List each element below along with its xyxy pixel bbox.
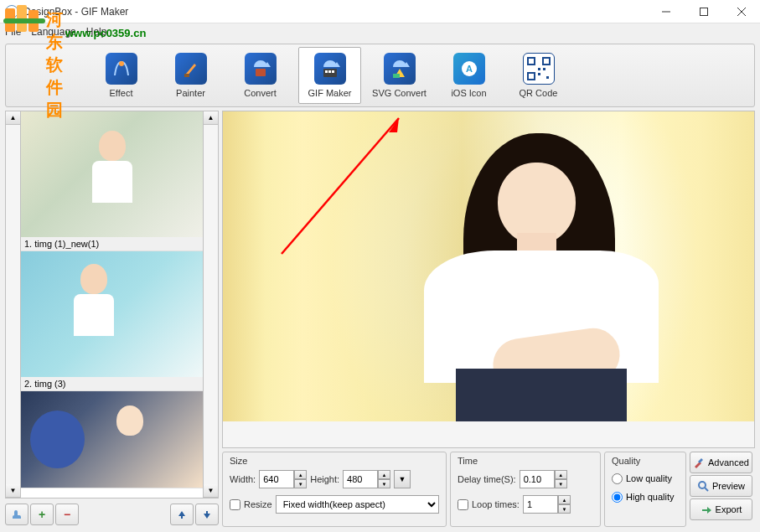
svg-point-8 bbox=[119, 61, 124, 66]
tool-painter[interactable]: Painter bbox=[159, 47, 222, 104]
tool-svgconvert[interactable]: SVG Convert bbox=[368, 47, 431, 104]
gifmaker-icon bbox=[314, 53, 346, 85]
svg-point-27 bbox=[699, 482, 706, 488]
thumbnail-item[interactable] bbox=[21, 391, 203, 488]
scroll-down-button[interactable]: ▼ bbox=[6, 484, 20, 498]
thumbnail-label: 1. timg (1)_new(1) bbox=[21, 237, 203, 251]
size-preset-dropdown[interactable]: ▼ bbox=[394, 470, 411, 488]
svg-rect-20 bbox=[528, 73, 535, 80]
resize-checkbox[interactable] bbox=[230, 499, 240, 510]
thumbnail-label: 2. timg (3) bbox=[21, 377, 203, 390]
move-up-button[interactable] bbox=[170, 504, 194, 525]
resize-mode-select[interactable]: Fixed width(keep aspect) bbox=[276, 495, 439, 514]
loop-input[interactable] bbox=[523, 495, 558, 514]
iosicon-icon: A bbox=[453, 53, 485, 85]
svg-rect-9 bbox=[184, 74, 189, 77]
tools-icon bbox=[693, 457, 705, 468]
app-icon bbox=[5, 5, 18, 18]
height-spin-down[interactable]: ▼ bbox=[378, 479, 390, 488]
thumbnail-image bbox=[21, 111, 203, 237]
scrollbar-track[interactable] bbox=[6, 125, 20, 484]
svg-rect-15 bbox=[393, 74, 400, 78]
thumbnail-item[interactable]: 2. timg (3) bbox=[21, 251, 203, 391]
preview-image bbox=[223, 111, 754, 421]
menu-file[interactable]: File bbox=[5, 26, 21, 38]
delay-label: Delay time(S): bbox=[458, 474, 516, 484]
width-spin-down[interactable]: ▼ bbox=[294, 479, 307, 488]
loop-label: Loop times: bbox=[472, 499, 520, 509]
tool-effect[interactable]: Effect bbox=[90, 47, 153, 104]
tool-convert[interactable]: Convert bbox=[229, 47, 292, 104]
menubar: File Language Help bbox=[0, 23, 760, 40]
thumbnail-image bbox=[21, 251, 203, 377]
svg-rect-23 bbox=[538, 73, 540, 75]
resize-label: Resize bbox=[244, 499, 272, 509]
effect-icon bbox=[106, 53, 137, 85]
svg-rect-22 bbox=[543, 68, 545, 70]
quality-legend: Quality bbox=[612, 456, 679, 466]
width-spin-up[interactable]: ▲ bbox=[294, 470, 307, 479]
tool-iosicon[interactable]: A iOS Icon bbox=[437, 47, 500, 104]
size-group: Size Width: ▲▼ Height: ▲▼ ▼ bbox=[222, 452, 447, 527]
convert-icon bbox=[245, 53, 277, 85]
add-button[interactable]: + bbox=[30, 504, 54, 525]
tool-gifmaker[interactable]: GIF Maker bbox=[298, 47, 361, 104]
move-down-button[interactable] bbox=[195, 504, 219, 525]
time-group: Time Delay time(S): ▲▼ Loop times: ▲▼ bbox=[450, 452, 601, 527]
height-label: Height: bbox=[310, 474, 339, 484]
size-legend: Size bbox=[230, 456, 439, 466]
scroll-down-button[interactable]: ▼ bbox=[204, 484, 218, 498]
painter-icon bbox=[175, 53, 207, 85]
window-title: DesignBox - GIF Maker bbox=[23, 6, 128, 18]
svg-rect-13 bbox=[328, 70, 331, 73]
menu-language[interactable]: Language bbox=[31, 26, 75, 38]
menu-help[interactable]: Help bbox=[86, 26, 107, 38]
high-quality-label: High quality bbox=[626, 492, 674, 502]
scrollbar-track[interactable] bbox=[204, 125, 218, 484]
export-icon bbox=[701, 504, 712, 515]
height-spin-up[interactable]: ▲ bbox=[378, 470, 390, 479]
svg-rect-5 bbox=[700, 8, 707, 15]
scroll-up-button[interactable]: ▲ bbox=[6, 111, 20, 125]
svg-rect-18 bbox=[528, 58, 535, 65]
svg-text:A: A bbox=[466, 64, 473, 74]
preview-button[interactable]: Preview bbox=[690, 475, 752, 497]
delay-input[interactable] bbox=[520, 470, 555, 488]
export-button[interactable]: Export bbox=[690, 498, 752, 520]
thumbnail-list: ▲ ▼ 1. timg (1)_new(1) 2. timg (3) bbox=[5, 111, 219, 498]
scroll-up-button[interactable]: ▲ bbox=[204, 111, 218, 125]
loop-checkbox[interactable] bbox=[458, 499, 468, 510]
preview-pane bbox=[222, 111, 755, 448]
time-legend: Time bbox=[458, 456, 593, 466]
quality-group: Quality Low quality High quality bbox=[604, 452, 686, 527]
thumbnail-image bbox=[21, 391, 203, 488]
toolbar: Effect Painter Convert GIF Maker SVG Con… bbox=[5, 44, 755, 107]
svg-line-28 bbox=[705, 488, 708, 491]
width-label: Width: bbox=[230, 474, 256, 484]
svg-rect-14 bbox=[332, 70, 334, 73]
tool-qrcode[interactable]: QR Code bbox=[507, 47, 570, 104]
delay-spin-up[interactable]: ▲ bbox=[555, 470, 567, 479]
minimize-button[interactable] bbox=[647, 0, 685, 23]
svgconvert-icon bbox=[384, 53, 416, 85]
height-input[interactable] bbox=[343, 470, 378, 488]
loop-spin-down[interactable]: ▼ bbox=[558, 504, 571, 514]
svg-rect-12 bbox=[325, 70, 328, 73]
remove-button[interactable]: − bbox=[55, 504, 79, 525]
high-quality-radio[interactable] bbox=[612, 492, 623, 503]
low-quality-radio[interactable] bbox=[612, 473, 623, 484]
advanced-button[interactable]: Advanced bbox=[690, 452, 752, 473]
svg-rect-24 bbox=[546, 76, 549, 79]
maximize-button[interactable] bbox=[685, 0, 722, 23]
delay-spin-down[interactable]: ▼ bbox=[555, 479, 567, 488]
low-quality-label: Low quality bbox=[626, 473, 672, 483]
close-button[interactable] bbox=[722, 0, 760, 23]
qrcode-icon bbox=[523, 53, 555, 85]
svg-rect-19 bbox=[543, 58, 550, 65]
thumbnail-item[interactable]: 1. timg (1)_new(1) bbox=[21, 111, 203, 251]
svg-rect-21 bbox=[538, 68, 540, 70]
loop-spin-up[interactable]: ▲ bbox=[558, 495, 571, 504]
width-input[interactable] bbox=[259, 470, 294, 488]
hand-button[interactable] bbox=[5, 504, 28, 525]
magnifier-icon bbox=[697, 480, 709, 492]
